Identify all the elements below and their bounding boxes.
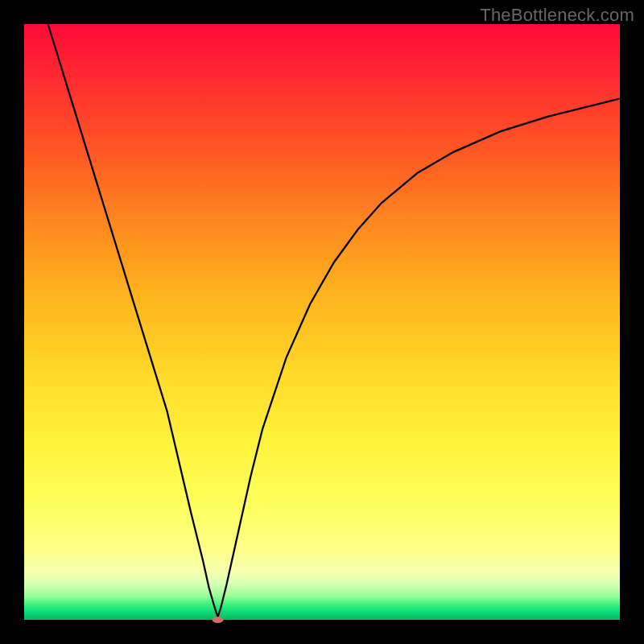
- min-marker: [212, 617, 223, 623]
- chart-frame: TheBottleneck.com: [0, 0, 644, 644]
- bottleneck-curve: [48, 24, 620, 617]
- plot-area: [24, 24, 620, 620]
- watermark-text: TheBottleneck.com: [480, 5, 634, 26]
- curve-svg: [24, 24, 620, 620]
